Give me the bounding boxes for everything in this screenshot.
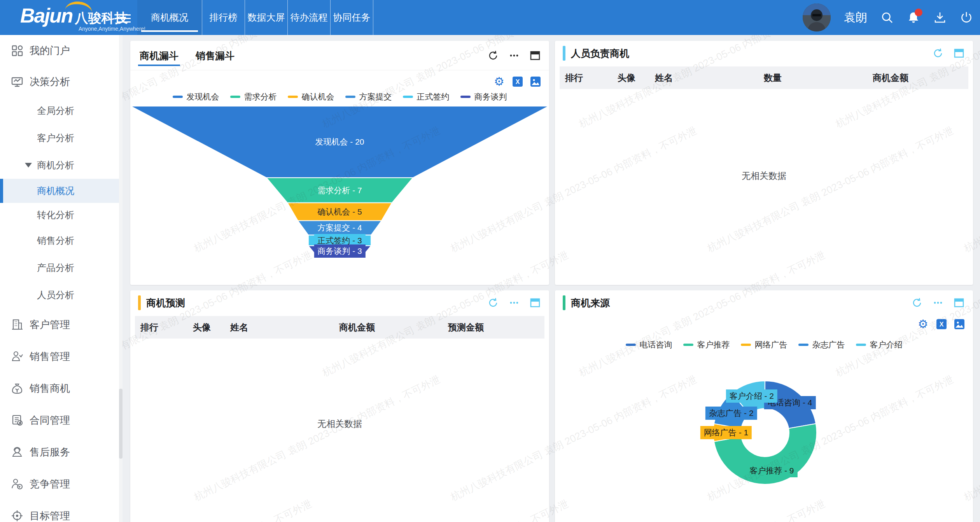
- sidebar-item-sales-mgmt[interactable]: 销售管理: [0, 340, 122, 372]
- legend-label: 方案提交: [359, 91, 392, 102]
- sidebar-item-label: 人员分析: [37, 289, 74, 301]
- legend-item[interactable]: 需求分析: [230, 91, 277, 102]
- chart-data-label: 客户介绍 - 2: [726, 389, 777, 403]
- chart-settings-gear-icon[interactable]: ⚙: [918, 318, 929, 330]
- sidebar-item-opportunity-analysis[interactable]: 商机分析: [0, 152, 122, 179]
- funnel-card-tabs: 商机漏斗 销售漏斗: [130, 41, 549, 70]
- nav-tab-data-screen[interactable]: 数据大屏: [245, 0, 288, 35]
- sidebar-item-sales-opportunity[interactable]: 销售商机: [0, 372, 122, 404]
- sidebar-item-opportunity-overview[interactable]: 商机概况: [0, 179, 122, 203]
- column-header: 姓名: [230, 321, 339, 333]
- notification-badge: [915, 9, 922, 16]
- logout-power-icon[interactable]: [960, 11, 973, 24]
- chart-data-label: 杂志广告 - 2: [705, 407, 757, 420]
- sidebar-item-target-mgmt[interactable]: 目标管理: [0, 500, 122, 522]
- sidebar-item-after-sales[interactable]: 售后服务: [0, 436, 122, 468]
- legend-label: 商务谈判: [474, 91, 507, 102]
- notification-bell-icon[interactable]: [907, 11, 920, 24]
- sidebar-item-customer-mgmt[interactable]: 客户管理: [0, 309, 122, 340]
- brand-name: Bajun: [20, 4, 72, 27]
- sidebar-scrollbar[interactable]: [119, 35, 122, 522]
- legend-item[interactable]: 正式签约: [403, 91, 450, 102]
- legend-label: 确认机会: [302, 91, 334, 102]
- sidebar-item-label: 销售商机: [30, 382, 70, 395]
- chart-data-label: 商务谈判 - 3: [314, 244, 365, 258]
- search-icon[interactable]: [880, 11, 894, 24]
- nav-tab-ranking[interactable]: 排行榜: [202, 0, 245, 35]
- menu-toggle-icon[interactable]: [117, 12, 131, 23]
- chart-data-label: 方案提交 - 4: [314, 221, 365, 234]
- empty-state-text: 无相关数据: [555, 170, 973, 182]
- sidebar-scrollbar-thumb[interactable]: [119, 389, 122, 459]
- sidebar-item-personnel-analysis[interactable]: 人员分析: [0, 281, 122, 309]
- svg-text:X: X: [516, 79, 520, 85]
- sidebar-item-contract-mgmt[interactable]: 合同管理: [0, 404, 122, 436]
- sidebar-item-product-analysis[interactable]: 产品分析: [0, 254, 122, 281]
- sidebar-item-label: 商机概况: [37, 185, 74, 197]
- target-icon: [11, 510, 23, 522]
- legend-swatch: [288, 96, 298, 98]
- svg-text:X: X: [940, 321, 944, 328]
- opportunity-forecast-card: 商机预测 排行 头像 姓名 商机金额 预测金额 无相关数据: [130, 290, 549, 522]
- legend-swatch: [460, 96, 471, 98]
- refresh-icon[interactable]: [488, 297, 499, 308]
- sidebar-item-label: 合同管理: [30, 414, 70, 427]
- maximize-icon[interactable]: [954, 48, 964, 59]
- more-options-icon[interactable]: [509, 50, 520, 61]
- nav-tab-business-overview[interactable]: 商机概况: [137, 0, 202, 35]
- export-image-icon[interactable]: [954, 318, 965, 330]
- legend-item[interactable]: 发现机会: [173, 91, 219, 102]
- column-header: 姓名: [655, 72, 764, 84]
- export-excel-icon[interactable]: X: [512, 76, 523, 87]
- refresh-icon[interactable]: [488, 50, 499, 61]
- sidebar-item-customer-analysis[interactable]: 客户分析: [0, 124, 122, 152]
- sidebar-item-global-analysis[interactable]: 全局分析: [0, 97, 122, 124]
- column-header: 排行: [140, 321, 193, 333]
- sidebar-item-decision-analysis[interactable]: 决策分析: [0, 66, 122, 97]
- empty-state-text: 无相关数据: [130, 418, 549, 430]
- maximize-icon[interactable]: [530, 50, 541, 61]
- chart-settings-gear-icon[interactable]: ⚙: [494, 76, 506, 87]
- building-icon: [11, 318, 23, 331]
- sidebar-item-competition-mgmt[interactable]: 竞争管理: [0, 468, 122, 500]
- legend-item[interactable]: 确认机会: [288, 91, 334, 102]
- chart-data-label: 网络广告 - 1: [700, 426, 752, 439]
- legend-label: 需求分析: [244, 91, 277, 102]
- sidebar-item-label: 客户管理: [30, 318, 70, 332]
- legend-swatch: [345, 96, 355, 98]
- sidebar-item-conversion-analysis[interactable]: 转化分析: [0, 203, 122, 227]
- funnel-chart[interactable]: 发现机会 - 20需求分析 - 7确认机会 - 5方案提交 - 4正式签约 - …: [131, 106, 549, 262]
- source-donut-chart[interactable]: 电话咨询 - 4客户推荐 - 9网络广告 - 1杂志广告 - 2客户介绍 - 2: [555, 290, 973, 522]
- nav-tab-todo-flow[interactable]: 待办流程: [288, 0, 331, 35]
- sidebar-item-label: 转化分析: [37, 209, 74, 221]
- export-image-icon[interactable]: [530, 76, 541, 87]
- export-excel-icon[interactable]: X: [936, 318, 947, 330]
- sidebar-item-sales-analysis[interactable]: 销售分析: [0, 227, 122, 254]
- tab-opportunity-funnel[interactable]: 商机漏斗: [140, 49, 178, 70]
- chart-data-label: 需求分析 - 7: [314, 184, 365, 197]
- legend-label: 发现机会: [187, 91, 219, 102]
- current-user-name[interactable]: 袁朗: [844, 10, 867, 26]
- table-header-row: 排行 头像 姓名 商机金额 预测金额: [135, 316, 544, 339]
- sidebar-item-label: 竞争管理: [30, 477, 70, 491]
- sidebar-item-my-portal[interactable]: 我的门户: [0, 35, 122, 66]
- nav-tabs: 商机概况 排行榜 数据大屏 待办流程 协同任务: [137, 0, 373, 35]
- tab-sales-funnel[interactable]: 销售漏斗: [196, 49, 234, 70]
- contract-icon: [11, 414, 23, 426]
- legend-item[interactable]: 商务谈判: [460, 91, 507, 102]
- card-title: 人员负责商机: [571, 47, 629, 60]
- download-icon[interactable]: [933, 11, 947, 24]
- maximize-icon[interactable]: [530, 297, 541, 308]
- column-header: 排行: [565, 72, 618, 84]
- legend-item[interactable]: 方案提交: [345, 91, 392, 102]
- sidebar-item-label: 商机分析: [37, 159, 74, 171]
- more-options-icon[interactable]: [509, 297, 520, 308]
- column-header: 数量: [764, 72, 873, 84]
- avatar[interactable]: [803, 3, 831, 31]
- column-header: 头像: [618, 72, 655, 84]
- refresh-icon[interactable]: [933, 48, 943, 59]
- nav-tab-collab-tasks[interactable]: 协同任务: [331, 0, 373, 35]
- money-bag-icon: [11, 382, 23, 395]
- salesperson-icon: [11, 350, 23, 363]
- sidebar-item-label: 客户分析: [37, 132, 74, 144]
